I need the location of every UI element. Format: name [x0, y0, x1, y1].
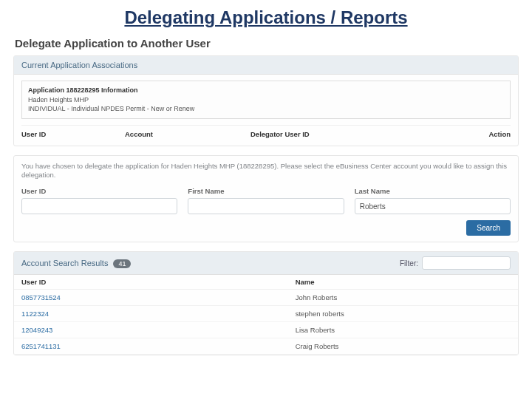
label-first-name: First Name — [188, 187, 344, 195]
results-table-header: User ID Name — [14, 275, 518, 290]
last-name-input[interactable] — [355, 198, 511, 214]
search-button[interactable]: Search — [466, 220, 511, 236]
first-name-input[interactable] — [188, 198, 344, 214]
results-count-badge: 41 — [113, 259, 131, 268]
panel-results: Account Search Results 41 Filter: User I… — [13, 251, 519, 355]
application-info-title: Application 188228295 Information — [28, 86, 504, 95]
user-id-input[interactable] — [21, 198, 177, 214]
col-results-user-id: User ID — [21, 278, 296, 286]
search-instruction: You have chosen to delegate the applicat… — [21, 162, 511, 180]
result-user-id: 1122324 — [21, 310, 296, 318]
result-name: stephen roberts — [296, 310, 511, 318]
panel-results-header: Account Search Results 41 Filter: — [14, 252, 518, 275]
table-row[interactable]: 12049243Lisa Roberts — [14, 322, 518, 338]
table-row[interactable]: 1122324stephen roberts — [14, 306, 518, 322]
result-name: Lisa Roberts — [296, 326, 511, 334]
col-action: Action — [466, 130, 511, 138]
panel-associations: Current Application Associations Applica… — [13, 55, 519, 146]
label-last-name: Last Name — [355, 187, 511, 195]
application-info-box: Application 188228295 Information Haden … — [21, 81, 511, 119]
page-heading: Delegate Application to Another User — [15, 37, 519, 50]
panel-associations-header: Current Application Associations — [14, 56, 518, 75]
table-row[interactable]: 0857731524John Roberts — [14, 290, 518, 306]
assoc-table-header: User ID Account Delegator User ID Action — [21, 125, 511, 140]
filter-input[interactable] — [422, 256, 511, 270]
results-title: Account Search Results — [21, 259, 108, 267]
result-name: Craig Roberts — [296, 342, 511, 350]
panel-search: You have chosen to delegate the applicat… — [13, 155, 519, 243]
table-row[interactable]: 6251741131Craig Roberts — [14, 338, 518, 355]
panel-associations-title: Current Application Associations — [21, 61, 137, 69]
col-delegator: Delegator User ID — [250, 130, 466, 138]
application-info-line2: INDIVIDUAL - Individual NPDES Permit - N… — [28, 104, 504, 114]
col-account: Account — [125, 130, 250, 138]
result-user-id: 12049243 — [21, 326, 296, 334]
col-results-name: Name — [296, 278, 511, 286]
label-user-id: User ID — [21, 187, 177, 195]
result-user-id: 6251741131 — [21, 342, 296, 350]
slide-title: Delegating Applications / Reports — [0, 0, 532, 34]
result-name: John Roberts — [296, 293, 511, 301]
application-info-line1: Haden Heights MHP — [28, 95, 504, 105]
result-user-id: 0857731524 — [21, 293, 296, 301]
filter-label: Filter: — [400, 259, 418, 267]
col-user-id: User ID — [21, 130, 125, 138]
